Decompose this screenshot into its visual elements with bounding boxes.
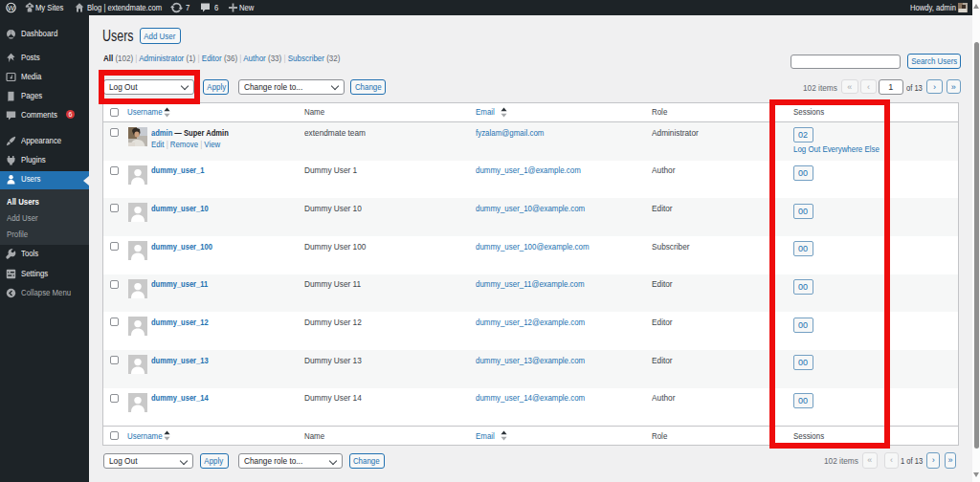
svg-text:W: W xyxy=(8,4,15,12)
